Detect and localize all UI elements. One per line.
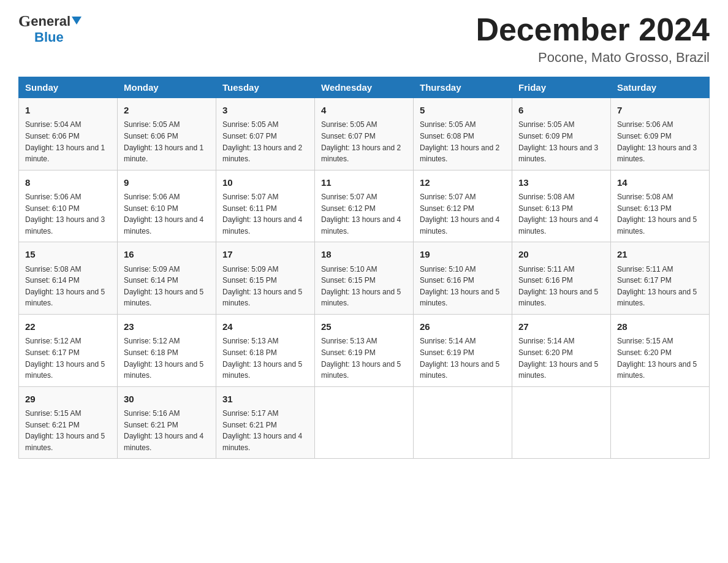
day-number: 24 — [222, 320, 308, 334]
day-info: Sunrise: 5:12 AMSunset: 6:18 PMDaylight:… — [124, 335, 210, 381]
calendar-cell — [414, 386, 512, 459]
day-number: 14 — [617, 175, 703, 190]
page-header: G eneral Blue December 2024 Pocone, Mato… — [18, 12, 710, 66]
logo-g: G — [18, 12, 31, 31]
day-number: 19 — [420, 247, 506, 261]
header-day-friday: Friday — [512, 77, 611, 98]
day-number: 11 — [321, 175, 407, 190]
day-number: 26 — [420, 320, 506, 334]
day-info: Sunrise: 5:06 AMSunset: 6:09 PMDaylight:… — [617, 119, 703, 164]
day-number: 17 — [222, 247, 308, 261]
calendar-cell: 22Sunrise: 5:12 AMSunset: 6:17 PMDayligh… — [19, 315, 118, 387]
calendar-week-row: 8Sunrise: 5:06 AMSunset: 6:10 PMDaylight… — [19, 170, 710, 242]
day-info: Sunrise: 5:15 AMSunset: 6:20 PMDaylight:… — [617, 335, 703, 381]
calendar-cell: 11Sunrise: 5:07 AMSunset: 6:12 PMDayligh… — [315, 170, 414, 242]
day-info: Sunrise: 5:13 AMSunset: 6:19 PMDaylight:… — [321, 335, 407, 381]
day-number: 9 — [124, 175, 210, 190]
day-info: Sunrise: 5:05 AMSunset: 6:09 PMDaylight:… — [518, 119, 604, 164]
day-info: Sunrise: 5:05 AMSunset: 6:07 PMDaylight:… — [222, 119, 308, 164]
header-day-thursday: Thursday — [414, 77, 512, 98]
day-number: 23 — [124, 320, 210, 334]
day-info: Sunrise: 5:05 AMSunset: 6:07 PMDaylight:… — [321, 119, 407, 164]
day-number: 18 — [321, 247, 407, 261]
day-number: 10 — [222, 175, 308, 190]
header-day-wednesday: Wednesday — [315, 77, 414, 98]
calendar-cell: 3Sunrise: 5:05 AMSunset: 6:07 PMDaylight… — [216, 98, 315, 170]
header-day-saturday: Saturday — [611, 77, 710, 98]
calendar-cell — [315, 386, 414, 459]
calendar-cell: 4Sunrise: 5:05 AMSunset: 6:07 PMDaylight… — [315, 98, 414, 170]
calendar-cell: 15Sunrise: 5:08 AMSunset: 6:14 PMDayligh… — [19, 242, 118, 315]
calendar-cell: 21Sunrise: 5:11 AMSunset: 6:17 PMDayligh… — [611, 242, 710, 315]
day-info: Sunrise: 5:14 AMSunset: 6:19 PMDaylight:… — [420, 335, 506, 381]
day-info: Sunrise: 5:04 AMSunset: 6:06 PMDaylight:… — [25, 119, 111, 164]
day-number: 7 — [617, 103, 703, 117]
logo-eneral: eneral — [31, 13, 70, 29]
day-info: Sunrise: 5:07 AMSunset: 6:11 PMDaylight:… — [222, 191, 308, 237]
day-info: Sunrise: 5:06 AMSunset: 6:10 PMDaylight:… — [25, 191, 111, 237]
calendar-cell: 25Sunrise: 5:13 AMSunset: 6:19 PMDayligh… — [315, 315, 414, 387]
calendar-cell: 18Sunrise: 5:10 AMSunset: 6:15 PMDayligh… — [315, 242, 414, 315]
day-info: Sunrise: 5:10 AMSunset: 6:16 PMDaylight:… — [420, 264, 506, 309]
day-info: Sunrise: 5:07 AMSunset: 6:12 PMDaylight:… — [420, 191, 506, 237]
logo-blue-text: Blue — [34, 29, 64, 45]
calendar-cell: 7Sunrise: 5:06 AMSunset: 6:09 PMDaylight… — [611, 98, 710, 170]
calendar-cell: 17Sunrise: 5:09 AMSunset: 6:15 PMDayligh… — [216, 242, 315, 315]
logo-triangle-icon — [72, 17, 82, 25]
month-title: December 2024 — [476, 12, 710, 47]
day-info: Sunrise: 5:07 AMSunset: 6:12 PMDaylight:… — [321, 191, 407, 237]
calendar-cell: 12Sunrise: 5:07 AMSunset: 6:12 PMDayligh… — [414, 170, 512, 242]
calendar-cell: 2Sunrise: 5:05 AMSunset: 6:06 PMDaylight… — [118, 98, 216, 170]
day-number: 8 — [25, 175, 111, 190]
location-title: Pocone, Mato Grosso, Brazil — [476, 50, 710, 66]
calendar-header-row: SundayMondayTuesdayWednesdayThursdayFrid… — [19, 77, 710, 98]
header-day-monday: Monday — [118, 77, 216, 98]
calendar-cell: 29Sunrise: 5:15 AMSunset: 6:21 PMDayligh… — [19, 386, 118, 459]
day-number: 6 — [518, 103, 604, 117]
calendar-cell: 20Sunrise: 5:11 AMSunset: 6:16 PMDayligh… — [512, 242, 611, 315]
calendar-table: SundayMondayTuesdayWednesdayThursdayFrid… — [18, 77, 710, 459]
day-info: Sunrise: 5:09 AMSunset: 6:15 PMDaylight:… — [222, 264, 308, 309]
day-number: 31 — [222, 392, 308, 406]
calendar-cell: 24Sunrise: 5:13 AMSunset: 6:18 PMDayligh… — [216, 315, 315, 387]
title-area: December 2024 Pocone, Mato Grosso, Brazi… — [476, 12, 710, 66]
calendar-cell: 9Sunrise: 5:06 AMSunset: 6:10 PMDaylight… — [118, 170, 216, 242]
header-day-sunday: Sunday — [19, 77, 118, 98]
day-info: Sunrise: 5:14 AMSunset: 6:20 PMDaylight:… — [518, 335, 604, 381]
calendar-cell: 8Sunrise: 5:06 AMSunset: 6:10 PMDaylight… — [19, 170, 118, 242]
day-number: 25 — [321, 320, 407, 334]
day-number: 12 — [420, 175, 506, 190]
calendar-cell: 23Sunrise: 5:12 AMSunset: 6:18 PMDayligh… — [118, 315, 216, 387]
day-number: 3 — [222, 103, 308, 117]
calendar-cell: 1Sunrise: 5:04 AMSunset: 6:06 PMDaylight… — [19, 98, 118, 170]
day-info: Sunrise: 5:15 AMSunset: 6:21 PMDaylight:… — [25, 408, 111, 453]
day-number: 21 — [617, 247, 703, 261]
calendar-cell: 10Sunrise: 5:07 AMSunset: 6:11 PMDayligh… — [216, 170, 315, 242]
calendar-cell — [512, 386, 611, 459]
header-day-tuesday: Tuesday — [216, 77, 315, 98]
day-number: 13 — [518, 175, 604, 190]
day-number: 28 — [617, 320, 703, 334]
day-info: Sunrise: 5:09 AMSunset: 6:14 PMDaylight:… — [124, 264, 210, 309]
day-info: Sunrise: 5:08 AMSunset: 6:14 PMDaylight:… — [25, 264, 111, 309]
day-info: Sunrise: 5:08 AMSunset: 6:13 PMDaylight:… — [617, 191, 703, 237]
calendar-week-row: 15Sunrise: 5:08 AMSunset: 6:14 PMDayligh… — [19, 242, 710, 315]
day-info: Sunrise: 5:06 AMSunset: 6:10 PMDaylight:… — [124, 191, 210, 237]
day-number: 1 — [25, 103, 111, 117]
calendar-cell: 28Sunrise: 5:15 AMSunset: 6:20 PMDayligh… — [611, 315, 710, 387]
day-number: 27 — [518, 320, 604, 334]
calendar-cell: 31Sunrise: 5:17 AMSunset: 6:21 PMDayligh… — [216, 386, 315, 459]
day-info: Sunrise: 5:08 AMSunset: 6:13 PMDaylight:… — [518, 191, 604, 237]
day-info: Sunrise: 5:05 AMSunset: 6:06 PMDaylight:… — [124, 119, 210, 164]
calendar-cell: 14Sunrise: 5:08 AMSunset: 6:13 PMDayligh… — [611, 170, 710, 242]
calendar-week-row: 29Sunrise: 5:15 AMSunset: 6:21 PMDayligh… — [19, 386, 710, 459]
calendar-cell: 13Sunrise: 5:08 AMSunset: 6:13 PMDayligh… — [512, 170, 611, 242]
day-info: Sunrise: 5:05 AMSunset: 6:08 PMDaylight:… — [420, 119, 506, 164]
day-number: 29 — [25, 392, 111, 406]
day-info: Sunrise: 5:11 AMSunset: 6:16 PMDaylight:… — [518, 264, 604, 309]
day-info: Sunrise: 5:11 AMSunset: 6:17 PMDaylight:… — [617, 264, 703, 309]
day-number: 16 — [124, 247, 210, 261]
calendar-cell: 5Sunrise: 5:05 AMSunset: 6:08 PMDaylight… — [414, 98, 512, 170]
calendar-week-row: 22Sunrise: 5:12 AMSunset: 6:17 PMDayligh… — [19, 315, 710, 387]
day-info: Sunrise: 5:16 AMSunset: 6:21 PMDaylight:… — [124, 408, 210, 453]
